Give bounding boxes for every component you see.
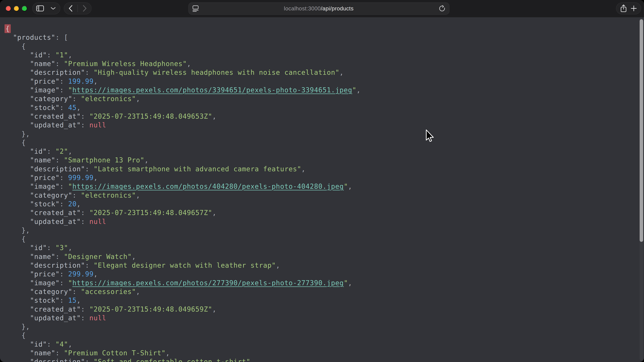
forward-icon[interactable] xyxy=(82,5,87,12)
image-url-link[interactable]: https://images.pexels.com/photos/277390/… xyxy=(72,279,344,287)
nav-divider xyxy=(78,5,78,12)
close-window-button[interactable] xyxy=(6,6,11,11)
chevron-down-icon[interactable] xyxy=(51,7,56,10)
url-text[interactable]: localhost:3000/api/products xyxy=(199,5,439,12)
image-url-link[interactable]: https://images.pexels.com/photos/404280/… xyxy=(72,183,344,190)
back-icon[interactable] xyxy=(68,5,73,12)
actions-button-group xyxy=(616,2,641,14)
reload-icon[interactable] xyxy=(439,5,446,12)
scrollbar-thumb[interactable] xyxy=(640,19,643,242)
browser-toolbar: localhost:3000/api/products xyxy=(0,0,644,17)
new-tab-icon[interactable] xyxy=(631,5,637,11)
zoom-window-button[interactable] xyxy=(22,6,27,11)
json-viewer: { "products": [ { "id": "1", "name": "Pr… xyxy=(0,17,644,362)
minimize-window-button[interactable] xyxy=(14,6,19,11)
browser-window: localhost:3000/api/products xyxy=(0,0,644,362)
share-icon[interactable] xyxy=(620,4,627,12)
page-format-icon[interactable] xyxy=(192,5,199,12)
navigation-button-group xyxy=(64,2,92,14)
window-controls xyxy=(6,6,27,11)
sidebar-button-group xyxy=(32,2,60,14)
url-path: /api/products xyxy=(321,5,354,11)
image-url-link[interactable]: https://images.pexels.com/photos/3394651… xyxy=(72,86,352,94)
url-host: localhost:3000 xyxy=(284,5,321,11)
address-bar[interactable]: localhost:3000/api/products xyxy=(188,2,450,15)
sidebar-toggle-icon[interactable] xyxy=(36,5,44,11)
